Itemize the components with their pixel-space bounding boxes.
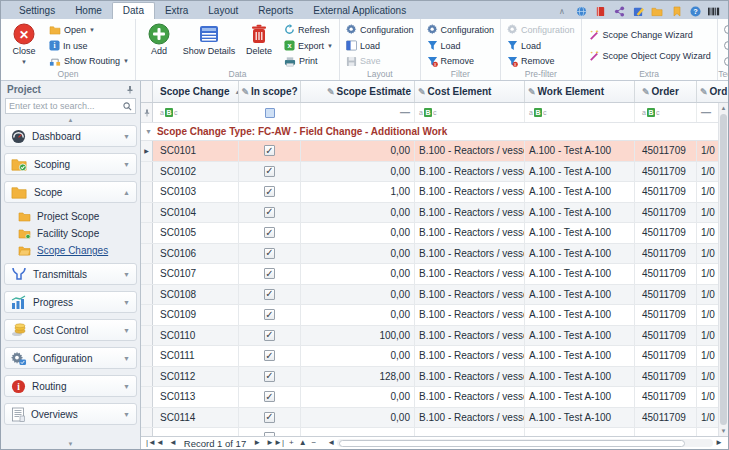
cell-order[interactable]: 45011709 xyxy=(635,326,697,346)
delete-button[interactable]: Delete xyxy=(239,21,279,68)
cell-scope-estimate[interactable]: 0,00 xyxy=(301,264,415,284)
scope-object-copy-wizard-button[interactable]: ✦✦ Scope Object Copy Wizard xyxy=(585,49,714,63)
table-row[interactable]: SC0102 ✓ 0,00 B.100 - Reactors / vessel.… xyxy=(141,162,728,183)
cell-scope-estimate[interactable] xyxy=(301,428,415,436)
cell-order[interactable]: 45011709 xyxy=(635,346,697,366)
cell-scope-change[interactable]: SC0103 xyxy=(153,182,239,202)
prev-record-button[interactable]: ◄ xyxy=(169,439,177,447)
cell-scope-estimate[interactable]: 128,00 xyxy=(301,367,415,387)
grid-group-row[interactable]: ▼ Scope Change Type: FC-AW - Field Chang… xyxy=(141,123,728,141)
export-button[interactable]: x Export ▼ xyxy=(281,39,336,53)
filter-in-scope[interactable] xyxy=(239,103,301,122)
cell-cost-element[interactable]: B.100 - Reactors / vessel... xyxy=(415,203,525,223)
checkbox-icon[interactable]: ✓ xyxy=(264,166,275,177)
cell-cost-element[interactable]: B.100 - Reactors / vessel... xyxy=(415,141,525,161)
edit-icon[interactable] xyxy=(632,5,644,17)
sidebar-item-cost-control[interactable]: Cost Control ▼ xyxy=(4,319,137,341)
cell-scope-change[interactable]: SC0114 xyxy=(153,408,239,428)
search-icon[interactable] xyxy=(123,102,132,111)
tab-external-applications[interactable]: External Applications xyxy=(303,3,416,19)
cell-scope-change[interactable]: SC0106 xyxy=(153,244,239,264)
scope-change-wizard-button[interactable]: ✦✦ Scope Change Wizard xyxy=(585,28,714,42)
table-row[interactable]: SC0114 ✓ 0,00 B.100 - Reactors / vessel.… xyxy=(141,408,728,429)
sidebar-item-scoping[interactable]: Scoping ▼ xyxy=(4,153,137,175)
close-button[interactable]: ✕ Close ▼ xyxy=(4,21,44,68)
layout-save-button[interactable]: Save xyxy=(343,54,417,68)
cell-scope-estimate[interactable]: 0,00 xyxy=(301,141,415,161)
cell-in-scope[interactable]: ✓ xyxy=(239,408,301,428)
cell-work-element[interactable]: A.100 - Test A-100 xyxy=(525,285,635,305)
sidebar-item-project-scope[interactable]: Project Scope xyxy=(4,209,137,224)
add-record-button[interactable]: + xyxy=(289,439,294,447)
add-button[interactable]: Add xyxy=(139,21,179,68)
column-header-in-scope[interactable]: ✎ In scope? xyxy=(239,81,301,102)
table-row[interactable]: SC0103 ✓ 1,00 B.100 - Reactors / vessel.… xyxy=(141,182,728,203)
cell-cost-element[interactable]: B.100 - Reactors / vessel... xyxy=(415,162,525,182)
checkbox-icon[interactable]: ✓ xyxy=(264,207,275,218)
layout-load-button[interactable]: Load xyxy=(343,39,417,53)
show-routing-button[interactable]: Show Routing ▼ xyxy=(46,54,132,68)
cell-in-scope[interactable]: ✓ xyxy=(239,223,301,243)
cell-cost-element[interactable]: B.100 - Reactors / vessel... xyxy=(415,305,525,325)
cell-work-element[interactable]: A.100 - Test A-100 xyxy=(525,141,635,161)
table-row[interactable]: SC0104 ✓ 0,00 B.100 - Reactors / vessel.… xyxy=(141,203,728,224)
cell-work-element[interactable]: A.100 - Test A-100 xyxy=(525,223,635,243)
tab-extra[interactable]: Extra xyxy=(155,3,198,19)
filter-remove-button[interactable]: x Remove xyxy=(424,54,498,68)
cell-scope-estimate[interactable]: 0,00 xyxy=(301,305,415,325)
scrollbar-track[interactable] xyxy=(337,439,713,447)
cell-order[interactable]: 45011709 xyxy=(635,367,697,387)
cell-in-scope[interactable]: ✓ xyxy=(239,141,301,161)
sidebar-item-progress[interactable]: Progress ▼ xyxy=(4,291,137,313)
show-details-button[interactable]: Show Details xyxy=(181,21,237,68)
globe-icon[interactable] xyxy=(575,5,587,17)
checkbox-icon[interactable]: ✓ xyxy=(264,330,275,341)
cell-scope-change[interactable]: SC0101 xyxy=(153,141,239,161)
cell-scope-estimate[interactable]: 0,00 xyxy=(301,387,415,407)
cell-scope-estimate[interactable]: 0,00 xyxy=(301,346,415,366)
cell-in-scope[interactable]: ✓ xyxy=(239,264,301,284)
cell-in-scope[interactable]: ✓ xyxy=(239,182,301,202)
cell-cost-element[interactable]: B.100 - Reactors / vessel... xyxy=(415,346,525,366)
column-header-scope-estimate[interactable]: ✎ Scope Estimate xyxy=(301,81,415,102)
cell-order[interactable]: 45011709 xyxy=(635,408,697,428)
collapse-ribbon-icon[interactable]: ∧ xyxy=(556,5,568,17)
ready-radio[interactable]: Ready xyxy=(721,39,728,53)
cell-order[interactable]: 45011709 xyxy=(635,285,697,305)
cell-cost-element[interactable]: B.100 - Reactors / vessel... xyxy=(415,264,525,284)
cell-work-element[interactable]: A.100 - Test A-100 xyxy=(525,203,635,223)
approved-radio[interactable]: Approved xyxy=(721,54,728,68)
filter-order[interactable]: aBc xyxy=(635,103,697,122)
filter-scope-change[interactable]: aBc xyxy=(153,103,239,122)
cell-scope-estimate[interactable]: 0,00 xyxy=(301,285,415,305)
cell-order[interactable]: 45011709 xyxy=(635,141,697,161)
cell-order[interactable]: 45011709 xyxy=(635,244,697,264)
share-icon[interactable] xyxy=(613,5,625,17)
prefilter-load-button[interactable]: Load xyxy=(504,39,578,53)
horizontal-scrollbar[interactable]: ◄ ► xyxy=(327,439,723,448)
cell-work-element[interactable]: A.100 - Test A-100 xyxy=(525,387,635,407)
in-use-button[interactable]: i In use xyxy=(46,39,132,53)
scroll-up-icon[interactable]: ▲ xyxy=(719,103,728,113)
cell-in-scope[interactable]: ✓ xyxy=(239,326,301,346)
tab-home[interactable]: Home xyxy=(65,3,112,19)
sidebar-item-scope-changes[interactable]: Scope Changes xyxy=(4,243,137,258)
cell-order[interactable]: 45011709 xyxy=(635,223,697,243)
book-icon[interactable] xyxy=(594,5,606,17)
cell-scope-change[interactable]: SC0113 xyxy=(153,387,239,407)
checkbox-icon[interactable]: ✓ xyxy=(264,248,275,259)
cell-scope-estimate[interactable]: 0,00 xyxy=(301,244,415,264)
table-row[interactable]: SC0112 ✓ 128,00 B.100 - Reactors / vesse… xyxy=(141,367,728,388)
layout-configuration-button[interactable]: Configuration xyxy=(343,23,417,37)
cell-in-scope[interactable]: ✓ xyxy=(239,367,301,387)
cell-scope-change[interactable]: SC0110 xyxy=(153,326,239,346)
sidebar-item-dashboard[interactable]: Dashboard ▼ xyxy=(4,125,137,147)
cell-cost-element[interactable]: B.100 - Reactors / vessel... xyxy=(415,223,525,243)
last-record-button[interactable]: ►►| xyxy=(266,439,284,447)
cell-in-scope[interactable]: ✓ xyxy=(239,387,301,407)
checkbox-icon[interactable]: ✓ xyxy=(264,227,275,238)
next-record-button[interactable]: ► xyxy=(253,439,261,447)
sidebar-item-configuration[interactable]: Configuration ▼ xyxy=(4,347,137,369)
cell-scope-change[interactable]: SC0111 xyxy=(153,346,239,366)
cell-order[interactable]: 45011709 xyxy=(635,203,697,223)
